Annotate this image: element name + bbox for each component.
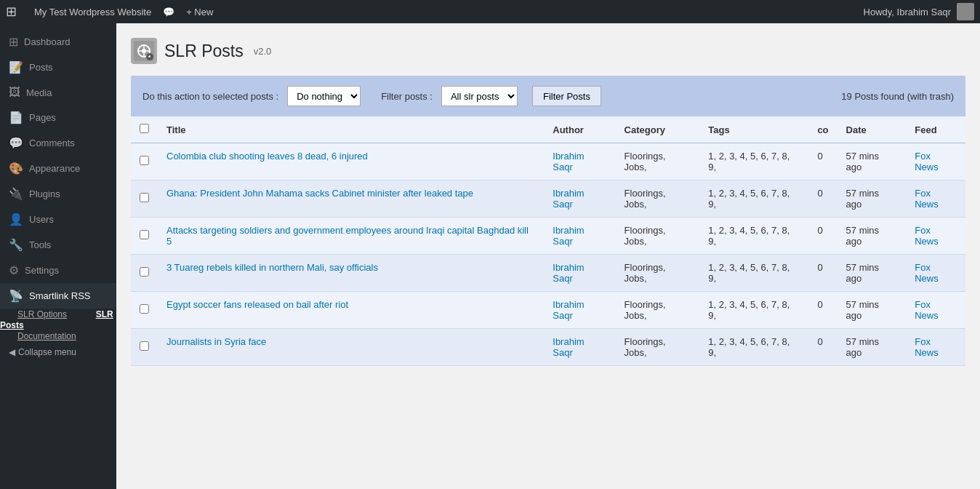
pages-icon: 📄 (9, 111, 23, 124)
posts-table: Title Author Category Tags co Date Feed … (131, 116, 965, 366)
row-category-5: Floorings, Jobs, (616, 329, 700, 366)
row-tags-4: 1, 2, 3, 4, 5, 6, 7, 8, 9, (699, 292, 808, 329)
new-link[interactable]: + New (186, 7, 213, 17)
post-title-link-2[interactable]: Attacks targeting soldiers and governmen… (166, 225, 529, 247)
comment-icon: 💬 (163, 7, 174, 17)
row-title-2: Attacks targeting soldiers and governmen… (158, 218, 544, 255)
site-name-link[interactable]: My Test Wordpress Website (34, 7, 151, 17)
post-title-link-1[interactable]: Ghana: President John Mahama sacks Cabin… (166, 188, 473, 199)
select-all-checkbox[interactable] (140, 124, 149, 133)
row-feed-0: Fox News (906, 143, 965, 180)
author-link-0[interactable]: Ibrahim Saqr (553, 151, 584, 172)
row-checkbox-cell (131, 143, 158, 180)
row-author-5: Ibrahim Saqr (544, 329, 615, 366)
collapse-label: Collapse menu (18, 347, 76, 357)
row-category-1: Floorings, Jobs, (616, 180, 700, 218)
filter-posts-button[interactable]: Filter Posts (532, 86, 601, 106)
th-date: Date (838, 116, 907, 143)
row-checkbox-1[interactable] (140, 193, 149, 202)
sidebar-label-pages: Pages (29, 112, 56, 123)
author-link-5[interactable]: Ibrahim Saqr (553, 336, 584, 358)
sidebar-item-tools[interactable]: 🔧 Tools (0, 232, 116, 258)
th-co: co (808, 116, 837, 143)
author-link-3[interactable]: Ibrahim Saqr (553, 262, 584, 284)
filter-label: Filter posts : (381, 91, 433, 102)
th-author: Author (544, 116, 615, 143)
filter-select[interactable]: All slr posts Published Draft Trash (441, 86, 518, 106)
row-checkbox-cell (131, 255, 158, 292)
row-checkbox-2[interactable] (140, 230, 149, 239)
media-icon: 🖼 (9, 86, 20, 99)
row-author-1: Ibrahim Saqr (544, 180, 615, 218)
feed-link-1[interactable]: Fox News (915, 188, 939, 210)
feed-link-2[interactable]: Fox News (915, 225, 939, 247)
tools-icon: 🔧 (9, 238, 23, 252)
row-author-2: Ibrahim Saqr (544, 218, 615, 255)
sidebar-item-dashboard[interactable]: ⊞ Dashboard (0, 29, 116, 55)
smartlink-icon: 📡 (9, 289, 23, 303)
action-select[interactable]: Do nothing Delete Publish (287, 86, 361, 106)
row-checkbox-4[interactable] (140, 304, 149, 314)
sidebar-label-comments: Comments (29, 138, 75, 148)
row-tags-5: 1, 2, 3, 4, 5, 6, 7, 8, 9, (699, 329, 808, 366)
feed-link-3[interactable]: Fox News (915, 262, 939, 284)
table-row: Ghana: President John Mahama sacks Cabin… (131, 180, 965, 218)
row-title-1: Ghana: President John Mahama sacks Cabin… (158, 180, 544, 218)
sidebar: ⊞ Dashboard 📝 Posts 🖼 Media 📄 Pages 💬 Co… (0, 23, 116, 489)
admin-bar: ⊞ My Test Wordpress Website 💬 + New Howd… (0, 0, 980, 23)
row-title-0: Colombia club shooting leaves 8 dead, 6 … (158, 143, 544, 180)
row-date-5: 57 mins ago (838, 329, 907, 366)
svg-point-2 (142, 49, 146, 53)
author-link-1[interactable]: Ibrahim Saqr (553, 188, 584, 210)
sidebar-item-media[interactable]: 🖼 Media (0, 80, 116, 105)
table-row: 3 Tuareg rebels killed in northern Mali,… (131, 255, 965, 292)
posts-count: 19 Posts found (with trash) (841, 91, 954, 102)
howdy-text: Howdy, Ibrahim Saqr (864, 7, 951, 17)
row-tags-3: 1, 2, 3, 4, 5, 6, 7, 8, 9, (699, 255, 808, 292)
post-title-link-0[interactable]: Colombia club shooting leaves 8 dead, 6 … (166, 151, 368, 162)
sidebar-item-smartlink-rss[interactable]: 📡 Smartlink RSS (0, 283, 116, 309)
row-feed-2: Fox News (906, 218, 965, 255)
row-tags-0: 1, 2, 3, 4, 5, 6, 7, 8, 9, (699, 143, 808, 180)
feed-link-4[interactable]: Fox News (915, 299, 939, 321)
row-author-0: Ibrahim Saqr (544, 143, 615, 180)
collapse-menu[interactable]: ◀ Collapse menu (0, 341, 116, 363)
page-header: SLR Posts v2.0 (131, 38, 965, 64)
page-version: v2.0 (254, 46, 272, 57)
sidebar-item-comments[interactable]: 💬 Comments (0, 130, 116, 156)
author-link-4[interactable]: Ibrahim Saqr (553, 299, 584, 321)
plugins-icon: 🔌 (9, 187, 23, 201)
post-title-link-4[interactable]: Egypt soccer fans released on bail after… (166, 299, 348, 310)
sidebar-item-users[interactable]: 👤 Users (0, 207, 116, 232)
row-checkbox-3[interactable] (140, 267, 149, 277)
sidebar-label-smartlink: Smartlink RSS (29, 290, 91, 301)
th-feed: Feed (906, 116, 965, 143)
plugin-icon (131, 38, 157, 64)
row-co-4: 0 (808, 292, 837, 329)
row-feed-4: Fox News (906, 292, 965, 329)
row-title-3: 3 Tuareg rebels killed in northern Mali,… (158, 255, 544, 292)
sidebar-sub-documentation[interactable]: Documentation (0, 328, 85, 344)
sidebar-item-plugins[interactable]: 🔌 Plugins (0, 181, 116, 207)
page-title: SLR Posts (164, 41, 244, 61)
row-checkbox-5[interactable] (140, 341, 149, 351)
row-date-4: 57 mins ago (838, 292, 907, 329)
sidebar-item-settings[interactable]: ⚙ Settings (0, 258, 116, 283)
sidebar-item-appearance[interactable]: 🎨 Appearance (0, 156, 116, 181)
feed-link-5[interactable]: Fox News (915, 336, 939, 358)
main-content: SLR Posts v2.0 Do this action to selecte… (116, 23, 980, 489)
post-title-link-3[interactable]: 3 Tuareg rebels killed in northern Mali,… (166, 262, 378, 273)
sidebar-item-pages[interactable]: 📄 Pages (0, 105, 116, 130)
sidebar-item-posts[interactable]: 📝 Posts (0, 55, 116, 80)
comments-link[interactable]: 💬 (163, 7, 174, 17)
row-category-3: Floorings, Jobs, (616, 255, 700, 292)
row-checkbox-0[interactable] (140, 156, 149, 165)
author-link-2[interactable]: Ibrahim Saqr (553, 225, 584, 247)
action-label: Do this action to selected posts : (142, 91, 278, 102)
row-co-0: 0 (808, 143, 837, 180)
settings-icon: ⚙ (9, 263, 19, 277)
post-title-link-5[interactable]: Journalists in Syria face (166, 336, 266, 347)
sidebar-label-users: Users (29, 214, 54, 225)
table-header-row: Title Author Category Tags co Date Feed (131, 116, 965, 143)
feed-link-0[interactable]: Fox News (915, 151, 939, 172)
